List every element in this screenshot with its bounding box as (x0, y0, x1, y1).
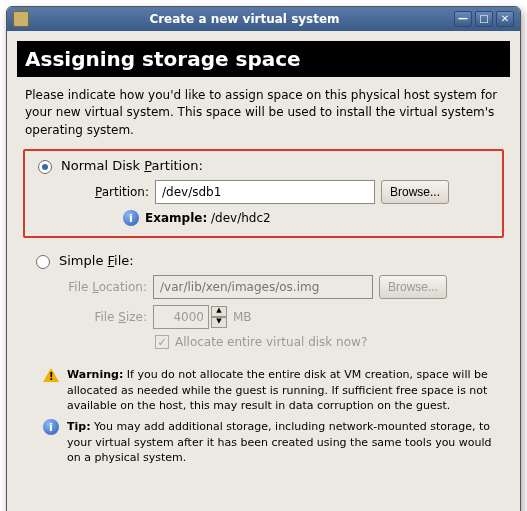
tip-text: You may add additional storage, includin… (67, 420, 492, 464)
file-browse-button: Browse... (379, 275, 447, 299)
warning-icon (43, 367, 59, 383)
info-icon: i (123, 210, 139, 226)
warning-text: If you do not allocate the entire disk a… (67, 368, 488, 412)
size-unit: MB (233, 310, 252, 324)
close-button[interactable]: ✕ (496, 11, 514, 27)
content-area: Assigning storage space Please indicate … (7, 31, 520, 511)
partition-example: i Example: /dev/hdc2 (123, 210, 494, 226)
info-icon: i (43, 419, 59, 435)
file-size-row: File Size: ▲ ▼ MB (61, 305, 496, 329)
radio-file-label: Simple File: (59, 253, 134, 268)
page-heading: Assigning storage space (17, 41, 510, 77)
allocate-checkbox: ✓ (155, 335, 169, 349)
partition-label: Partition: (63, 185, 149, 199)
file-location-input (153, 275, 373, 299)
file-size-spinner: ▲ ▼ MB (153, 305, 252, 329)
size-down-button: ▼ (211, 317, 227, 328)
partition-field-row: Partition: Browse... (63, 180, 494, 204)
tip-title: Tip: (67, 420, 91, 433)
file-size-input (153, 305, 209, 329)
minimize-button[interactable]: — (454, 11, 472, 27)
partition-browse-button[interactable]: Browse... (381, 180, 449, 204)
maximize-button[interactable]: □ (475, 11, 493, 27)
app-icon (13, 11, 29, 27)
tip-note: i Tip: You may add additional storage, i… (43, 419, 500, 465)
warning-note: Warning: If you do not allocate the enti… (43, 367, 500, 413)
titlebar[interactable]: Create a new virtual system — □ ✕ (7, 7, 520, 31)
file-location-label: File Location: (61, 280, 147, 294)
warning-title: Warning: (67, 368, 123, 381)
option-partition-group: Normal Disk Partition: Partition: Browse… (23, 149, 504, 238)
example-label: Example: (145, 211, 207, 225)
file-location-row: File Location: Browse... (61, 275, 496, 299)
example-value: /dev/hdc2 (211, 211, 271, 225)
window-controls: — □ ✕ (454, 11, 514, 27)
intro-text: Please indicate how you'd like to assign… (17, 87, 510, 149)
allocate-label: Allocate entire virtual disk now? (175, 335, 367, 349)
radio-file[interactable] (36, 255, 50, 269)
radio-partition[interactable] (38, 160, 52, 174)
allocate-row: ✓ Allocate entire virtual disk now? (155, 335, 496, 349)
file-size-label: File Size: (61, 310, 147, 324)
radio-partition-row[interactable]: Normal Disk Partition: (33, 157, 494, 174)
size-up-button: ▲ (211, 306, 227, 317)
partition-input[interactable] (155, 180, 375, 204)
dialog-window: Create a new virtual system — □ ✕ Assign… (6, 6, 521, 511)
radio-partition-label: Normal Disk Partition: (61, 158, 203, 173)
window-title: Create a new virtual system (35, 12, 454, 26)
option-file-group: Simple File: File Location: Browse... Fi… (23, 246, 504, 359)
radio-file-row[interactable]: Simple File: (31, 252, 496, 269)
